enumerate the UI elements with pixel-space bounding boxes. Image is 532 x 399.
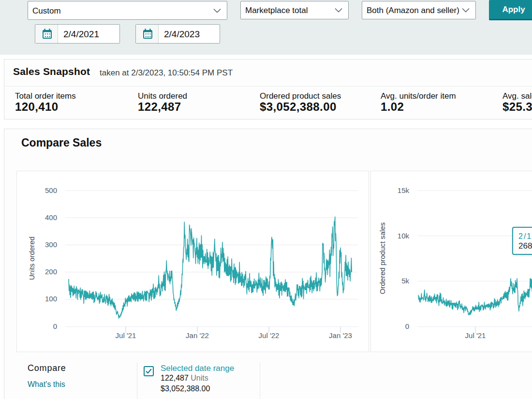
svg-text:Units ordered: Units ordered: [28, 236, 36, 280]
svg-text:15k: 15k: [398, 186, 410, 194]
svg-text:Jul '21: Jul '21: [465, 331, 486, 340]
svg-text:300: 300: [45, 240, 57, 249]
svg-text:400: 400: [45, 213, 57, 222]
svg-text:500: 500: [45, 186, 57, 194]
svg-text:0: 0: [53, 322, 57, 330]
svg-text:5k: 5k: [401, 277, 409, 285]
svg-text:Jul '21: Jul '21: [116, 331, 136, 340]
svg-text:Jan '22: Jan '22: [186, 331, 209, 340]
svg-text:10k: 10k: [398, 232, 410, 240]
svg-text:Jul '22: Jul '22: [259, 331, 280, 340]
svg-text:Jan '23: Jan '23: [329, 331, 352, 340]
svg-text:Ordered product sales: Ordered product sales: [378, 222, 386, 294]
svg-text:0: 0: [405, 322, 409, 330]
svg-text:100: 100: [45, 295, 57, 303]
svg-text:200: 200: [45, 267, 57, 276]
